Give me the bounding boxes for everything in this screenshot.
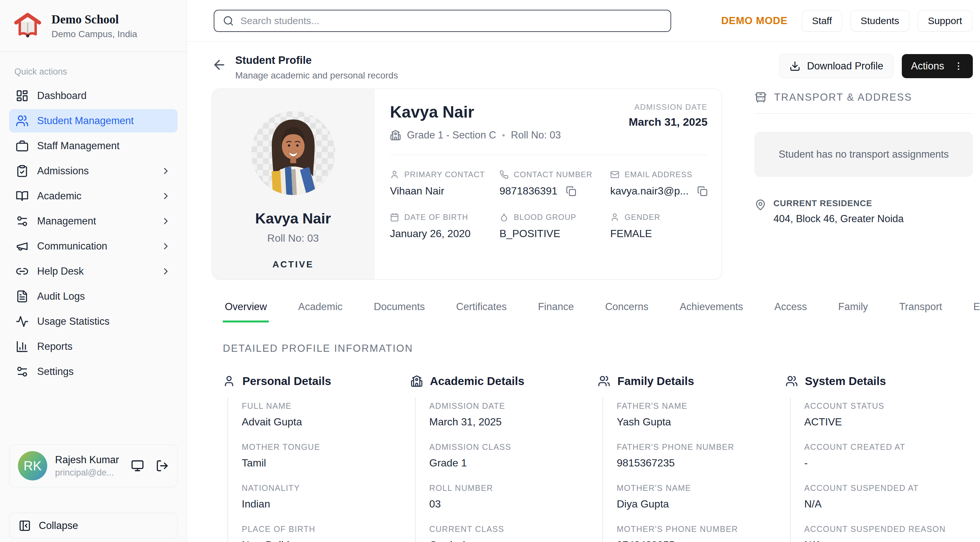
download-profile-button[interactable]: Download Profile xyxy=(779,54,893,78)
search-icon xyxy=(223,15,234,26)
tab-finance[interactable]: Finance xyxy=(536,298,576,323)
copy-button[interactable] xyxy=(566,186,576,196)
panel-left-close-icon xyxy=(19,520,31,532)
sidebar-item-dashboard[interactable]: Dashboard xyxy=(9,84,178,108)
student-identity: Kavya Nair Grade 1 - Section C • Roll No… xyxy=(390,103,561,141)
field-label: PLACE OF BIRTH xyxy=(242,525,410,534)
field-label: ACCOUNT CREATED AT xyxy=(804,442,973,452)
clipboard-check-icon xyxy=(16,164,29,178)
admission-date-value: March 31, 2025 xyxy=(629,116,708,128)
copy-icon xyxy=(697,186,708,196)
user-actions xyxy=(131,459,169,472)
users-icon xyxy=(786,375,798,387)
field-value: N/A xyxy=(804,539,973,542)
sidebar-item-admissions[interactable]: Admissions xyxy=(9,159,178,183)
chevron-right-icon xyxy=(161,216,171,226)
users-icon xyxy=(598,375,610,387)
tab-access[interactable]: Access xyxy=(772,298,809,323)
sidebar-item-usage-statistics[interactable]: Usage Statistics xyxy=(9,310,178,333)
sidebar-item-communication[interactable]: Communication xyxy=(9,235,178,258)
tab-transport[interactable]: Transport xyxy=(897,298,944,323)
search-box xyxy=(214,10,671,32)
field-value: March 31, 2025 xyxy=(430,416,598,428)
contact-value: kavya.nair3@p... xyxy=(610,185,708,197)
users-icon xyxy=(16,114,29,127)
chevron-right-icon xyxy=(161,241,171,251)
tab-concerns[interactable]: Concerns xyxy=(603,298,650,323)
actions-label: Actions xyxy=(911,60,944,72)
tab-family[interactable]: Family xyxy=(836,298,870,323)
tab-certificates[interactable]: Certificates xyxy=(454,298,509,323)
field-label: FATHER'S NAME xyxy=(617,401,786,411)
tab-overview[interactable]: Overview xyxy=(223,298,269,323)
search-input[interactable] xyxy=(240,15,662,26)
status-badge: ACTIVE xyxy=(272,259,314,270)
details-column-family-details: Family DetailsFATHER'S NAMEYash GuptaFAT… xyxy=(598,375,786,542)
actions-button[interactable]: Actions xyxy=(902,54,973,78)
sidebar-item-audit-logs[interactable]: Audit Logs xyxy=(9,285,178,308)
user-icon xyxy=(610,213,619,222)
field-label: MOTHER'S PHONE NUMBER xyxy=(617,525,786,534)
transport-empty-message: Student has no transport assignments xyxy=(754,132,973,177)
topbar-staff-button[interactable]: Staff xyxy=(802,10,842,32)
transport-panel: TRANSPORT & ADDRESS Student has no trans… xyxy=(754,89,973,280)
admission-date-label: ADMISSION DATE xyxy=(629,103,708,112)
user-card[interactable]: RK Rajesh Kumar principal@de... xyxy=(9,444,178,487)
roll-number: Roll No: 03 xyxy=(511,129,561,141)
topbar-students-button[interactable]: Students xyxy=(851,10,909,32)
chevron-right-icon xyxy=(161,166,171,176)
sidebar-item-settings[interactable]: Settings xyxy=(9,360,178,383)
school-logo-icon xyxy=(13,11,42,40)
school-name: Demo School xyxy=(51,13,137,26)
droplet-icon xyxy=(500,213,509,222)
sidebar-item-reports[interactable]: Reports xyxy=(9,335,178,358)
collapse-button[interactable]: Collapse xyxy=(9,513,178,539)
back-button[interactable] xyxy=(212,57,227,72)
transport-header: TRANSPORT & ADDRESS xyxy=(754,91,973,103)
monitor-button[interactable] xyxy=(131,459,144,472)
mail-icon xyxy=(610,170,619,179)
photo-student-name: Kavya Nair xyxy=(255,210,331,227)
details-column-header: Family Details xyxy=(598,375,786,388)
residence-label: CURRENT RESIDENCE xyxy=(773,199,904,208)
field-value: Indian xyxy=(242,498,410,510)
tab-achievements[interactable]: Achievements xyxy=(678,298,745,323)
field-value: N/A xyxy=(804,498,973,510)
school-location: Demo Campus, India xyxy=(51,29,137,40)
logout-button[interactable] xyxy=(156,459,169,472)
sidebar-menu: DashboardStudent ManagementStaff Managem… xyxy=(0,84,187,383)
tab-edit[interactable]: Edit xyxy=(972,298,980,323)
phone-icon xyxy=(500,170,509,179)
school-logo-block[interactable]: Demo School Demo Campus, India xyxy=(0,0,187,51)
sidebar-item-student-management[interactable]: Student Management xyxy=(9,109,178,133)
student-name-heading: Kavya Nair xyxy=(390,103,561,121)
details-column-academic-details: Academic DetailsADMISSION DATEMarch 31, … xyxy=(410,375,598,542)
more-vertical-icon xyxy=(953,61,964,72)
field-value: 03 xyxy=(430,498,598,510)
contact-label: EMAIL ADDRESS xyxy=(610,170,708,179)
school-icon xyxy=(410,375,423,387)
field-label: MOTHER TONGUE xyxy=(242,442,410,452)
student-meta: Grade 1 - Section C • Roll No: 03 xyxy=(390,129,561,141)
field-label: FATHER'S PHONE NUMBER xyxy=(617,442,786,452)
page-header-text: Student Profile Manage academic and pers… xyxy=(235,54,398,81)
field-label: ACCOUNT SUSPENDED AT xyxy=(804,483,973,493)
details-column-personal-details: Personal DetailsFULL NAMEAdvait GuptaMOT… xyxy=(223,375,410,542)
sidebar-item-help-desk[interactable]: Help Desk xyxy=(9,260,178,283)
chevron-right-icon xyxy=(161,266,171,277)
sidebar-item-staff-management[interactable]: Staff Management xyxy=(9,134,178,157)
residence-text: CURRENT RESIDENCE 404, Block 46, Greater… xyxy=(773,199,904,225)
sidebar-item-management[interactable]: Management xyxy=(9,210,178,233)
sidebar-item-academic[interactable]: Academic xyxy=(9,184,178,208)
tab-documents[interactable]: Documents xyxy=(372,298,427,323)
field-value: Advait Gupta xyxy=(242,416,410,428)
field-value: 9815367235 xyxy=(617,457,786,469)
topbar-support-button[interactable]: Support xyxy=(918,10,972,32)
page-subtitle: Manage academic and personal records xyxy=(235,70,398,81)
main-area: DEMO MODE StaffStudentsSupport Student P… xyxy=(187,0,980,542)
book-open-icon xyxy=(16,189,29,203)
copy-button[interactable] xyxy=(697,186,708,196)
page-header: Student Profile Manage academic and pers… xyxy=(212,54,973,81)
tab-academic[interactable]: Academic xyxy=(296,298,344,323)
info-divider xyxy=(390,155,708,155)
